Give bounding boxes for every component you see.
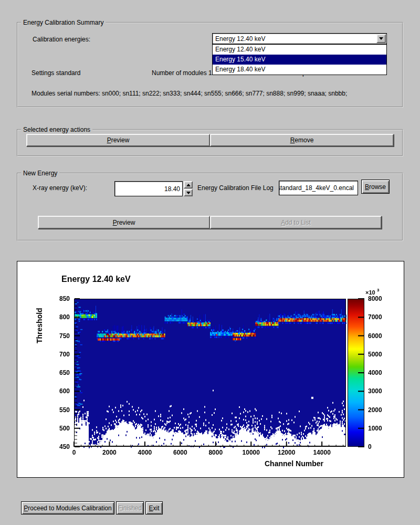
file-log-input[interactable]: standard_18_4keV_0.encal bbox=[279, 181, 358, 195]
combo-dropdown-button[interactable] bbox=[376, 34, 386, 43]
new-energy-group-title: New Energy bbox=[21, 170, 59, 177]
number-of-modules-label: Number of modules 12 bbox=[152, 69, 215, 77]
file-log-label: Energy Calibration File Log bbox=[197, 184, 274, 192]
calibration-plot-panel: Energy 12.40 keV Threshold Channel Numbe… bbox=[17, 261, 404, 478]
arrow-down-icon bbox=[186, 192, 191, 196]
actions-group-title: Selected energy actions bbox=[21, 126, 92, 133]
selected-energy-actions-group: Selected energy actions Preview Remove bbox=[17, 126, 403, 156]
spin-up-button[interactable] bbox=[184, 181, 193, 188]
settings-label: Settings standard bbox=[32, 69, 80, 77]
proceed-to-modules-calibration-button[interactable]: Proceed to Modules Calibration bbox=[21, 501, 114, 514]
preview-new-button[interactable]: Preview bbox=[38, 216, 210, 229]
arrow-up-icon bbox=[186, 182, 191, 186]
chevron-down-icon bbox=[379, 37, 383, 42]
summary-group: Energy Calibration Summary Calibration e… bbox=[17, 19, 403, 108]
xray-energy-label: X-ray energy (keV): bbox=[33, 184, 87, 192]
dropdown-option[interactable]: Energy 15.40 keV bbox=[213, 55, 386, 65]
xray-energy-value: 18.40 bbox=[162, 185, 182, 193]
xray-energy-spinbox[interactable]: 18.40 bbox=[114, 181, 183, 196]
new-energy-group: New Energy X-ray energy (keV): 18.40 Ene… bbox=[17, 170, 403, 241]
preview-selected-button[interactable]: Preview bbox=[26, 134, 210, 146]
plot-x-axis-label: Channel Number bbox=[265, 459, 323, 468]
dropdown-option[interactable]: Energy 12.40 keV bbox=[213, 45, 386, 55]
module-serial-numbers-label: Modules serial numbers: sn000; sn111; sn… bbox=[32, 90, 347, 97]
spin-down-button[interactable] bbox=[184, 189, 193, 196]
finished-button[interactable]: Finished bbox=[116, 501, 144, 514]
add-to-list-button[interactable]: Add to List bbox=[210, 216, 382, 229]
energy-calibration-window: { "summary_group": { "title": "Energy Ca… bbox=[0, 0, 420, 525]
calibration-energies-label: Calibration energies: bbox=[33, 36, 90, 43]
dropdown-option[interactable]: Energy 18.40 keV bbox=[213, 65, 386, 75]
calibration-energies-combo[interactable]: Energy 12.40 keV bbox=[212, 33, 387, 44]
browse-button[interactable]: Browse bbox=[361, 180, 390, 194]
plot-y-axis-label: Threshold bbox=[35, 308, 44, 343]
calibration-energies-dropdown: Energy 12.40 keVEnergy 15.40 keVEnergy 1… bbox=[212, 44, 387, 75]
calibration-heatmap-canvas bbox=[17, 261, 405, 478]
file-log-value: standard_18_4keV_0.encal bbox=[279, 184, 356, 192]
exit-button[interactable]: Exit bbox=[145, 501, 163, 514]
summary-group-title: Energy Calibration Summary bbox=[21, 19, 106, 26]
remove-button[interactable]: Remove bbox=[210, 134, 394, 146]
combo-selected-value: Energy 12.40 keV bbox=[215, 35, 265, 43]
plot-title: Energy 12.40 keV bbox=[61, 275, 131, 284]
